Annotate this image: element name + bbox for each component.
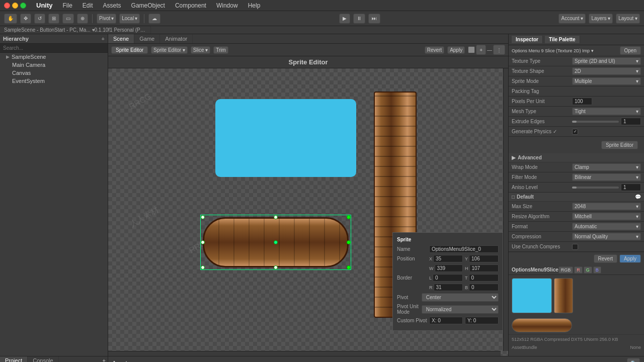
popup-y-val[interactable]: 106 [469, 255, 499, 262]
more-options[interactable]: ⋮ [493, 45, 505, 55]
popup-custom-y[interactable]: Y: 0 [465, 317, 499, 324]
texture-type-dropdown[interactable]: Sprite (2D and UI) ▾ [572, 57, 641, 65]
max-size-dropdown[interactable]: 2048 ▾ [572, 203, 641, 210]
popup-b-val[interactable]: 0 [469, 284, 499, 291]
compression-dropdown[interactable]: Normal Quality ▾ [572, 233, 641, 240]
hand-tool[interactable]: ✋ [4, 14, 17, 24]
menu-assets[interactable]: Assets [101, 1, 123, 10]
popup-name-value[interactable]: OptionsMenu9Slice_0 [429, 245, 499, 253]
handle-mr[interactable] [347, 240, 351, 244]
popup-pivot-unit-dropdown[interactable]: Normalized [422, 305, 499, 314]
tab-console[interactable]: Console [28, 356, 58, 362]
aniso-level-value[interactable]: 1 [621, 184, 641, 191]
horizontal-scrollbar[interactable] [108, 351, 501, 356]
project-add-icon[interactable]: + [101, 356, 108, 362]
tab-inspector[interactable]: Inspector [512, 36, 543, 43]
thumb-blue-panel[interactable] [512, 278, 552, 313]
hierarchy-item-maincamera[interactable]: Main Camera [0, 61, 108, 69]
vertical-scrollbar[interactable] [503, 68, 508, 351]
handle-br[interactable] [347, 265, 351, 269]
popup-l-val[interactable]: 0 [433, 274, 463, 282]
window-controls[interactable] [4, 3, 26, 9]
scene-file-tab[interactable]: SampleScene - ButtonStart - PC, Ma... ▾0… [0, 26, 151, 34]
popup-r-val[interactable]: 31 [434, 284, 463, 291]
popup-h-val[interactable]: 107 [469, 264, 499, 272]
zoom-in[interactable]: + [476, 45, 486, 55]
sprite-mode-dropdown[interactable]: Multiple ▾ [572, 77, 641, 85]
handle-center[interactable] [274, 240, 278, 244]
extrude-edges-slider[interactable] [572, 121, 619, 123]
menu-window[interactable]: Window [214, 1, 240, 10]
revert-button[interactable]: Revert [594, 254, 617, 263]
hierarchy-item-eventsystem[interactable]: EventSystem [0, 77, 108, 85]
pause-button[interactable]: ⏸ [353, 14, 365, 24]
open-btn[interactable]: Open [620, 46, 641, 55]
rgba-b[interactable]: B [593, 266, 601, 274]
rgba-r[interactable]: R [574, 266, 583, 274]
rotate-tool[interactable]: ↺ [34, 14, 45, 24]
collab-icon[interactable]: ☁ [148, 14, 160, 24]
popup-t-val[interactable]: 0 [469, 274, 499, 282]
rect-tool[interactable]: ▭ [62, 14, 74, 24]
account-dropdown[interactable]: Account ▾ [558, 14, 586, 24]
layout-dropdown[interactable]: Layout ▾ [616, 14, 640, 24]
filter-mode-dropdown[interactable]: Bilinear ▾ [572, 173, 641, 181]
popup-w-val[interactable]: 339 [435, 264, 463, 272]
menu-help[interactable]: Help [246, 1, 263, 10]
handle-ml[interactable] [201, 240, 205, 244]
hierarchy-item-samplescene[interactable]: ▶ SampleScene [0, 53, 108, 61]
sprite-editor-button[interactable]: Sprite Editor [601, 141, 638, 149]
minimize-button[interactable] [12, 3, 18, 9]
step-button[interactable]: ⏭ [368, 14, 380, 24]
thumb-wood-vertical[interactable] [554, 278, 573, 313]
maximize-button[interactable] [20, 3, 26, 9]
sprite-editor-dropdown[interactable]: Sprite Editor ▾ [151, 46, 188, 54]
resize-algo-dropdown[interactable]: Mitchell ▾ [572, 213, 641, 220]
play-button[interactable]: ▶ [339, 14, 350, 24]
handle-tr[interactable] [347, 215, 351, 219]
menu-file[interactable]: File [61, 1, 74, 10]
view-toggle[interactable] [468, 46, 475, 53]
sprite-editor-tab[interactable]: Sprite Editor [111, 46, 148, 54]
texture-shape-dropdown[interactable]: 2D ▾ [572, 67, 641, 75]
generate-physics-checkbox[interactable]: ✓ [572, 129, 578, 135]
handle-bc[interactable] [274, 265, 278, 269]
wrap-mode-dropdown[interactable]: Clamp ▾ [572, 163, 641, 171]
tab-project[interactable]: Project [0, 356, 28, 362]
assets-search-btn[interactable]: 🔍 [627, 358, 640, 362]
apply-button[interactable]: Apply [619, 254, 641, 263]
handle-tc[interactable] [274, 215, 278, 219]
scale-tool[interactable]: ⊞ [48, 14, 59, 24]
format-dropdown[interactable]: Automatic ▾ [572, 223, 641, 230]
menu-component[interactable]: Component [173, 1, 208, 10]
hierarchy-search[interactable] [0, 44, 108, 53]
handle-bl[interactable] [201, 265, 205, 269]
extrude-edges-value[interactable]: 1 [621, 118, 641, 125]
popup-pivot-dropdown[interactable]: Center [422, 293, 499, 302]
aniso-level-slider[interactable] [572, 187, 619, 189]
hierarchy-item-canvas[interactable]: Canvas [0, 69, 108, 77]
revert-btn[interactable]: Revert [425, 46, 444, 54]
insp-advanced-section[interactable]: ▶ Advanced [509, 153, 644, 162]
mesh-type-dropdown[interactable]: Tight ▾ [572, 108, 641, 115]
layers-dropdown[interactable]: Layers ▾ [589, 14, 613, 24]
tab-tile-palette[interactable]: Tile Palette [545, 36, 580, 43]
tab-scene[interactable]: Scene [108, 34, 134, 43]
use-crunch-checkbox[interactable] [572, 244, 578, 250]
tab-game[interactable]: Game [134, 34, 160, 43]
pivot-dropdown[interactable]: Pivot ▾ [97, 14, 116, 24]
popup-custom-x[interactable]: X: 0 [429, 317, 463, 324]
hierarchy-add-icon[interactable]: + [102, 36, 105, 42]
close-button[interactable] [4, 3, 10, 9]
apply-btn[interactable]: Apply [447, 46, 465, 54]
tab-animator[interactable]: Animator [160, 34, 193, 43]
rgba-rgb[interactable]: RGB [558, 266, 574, 274]
rgba-g[interactable]: G [584, 266, 592, 274]
slice-dropdown[interactable]: Slice ▾ [191, 46, 210, 54]
trim-btn[interactable]: Trim [213, 46, 228, 54]
move-tool[interactable]: ✥ [20, 14, 31, 24]
thumb-wood-horizontal[interactable] [512, 318, 572, 332]
local-dropdown[interactable]: Local ▾ [119, 14, 140, 24]
pixels-per-unit-value[interactable]: 100 [572, 98, 592, 105]
menu-gameobject[interactable]: GameObject [129, 1, 167, 10]
